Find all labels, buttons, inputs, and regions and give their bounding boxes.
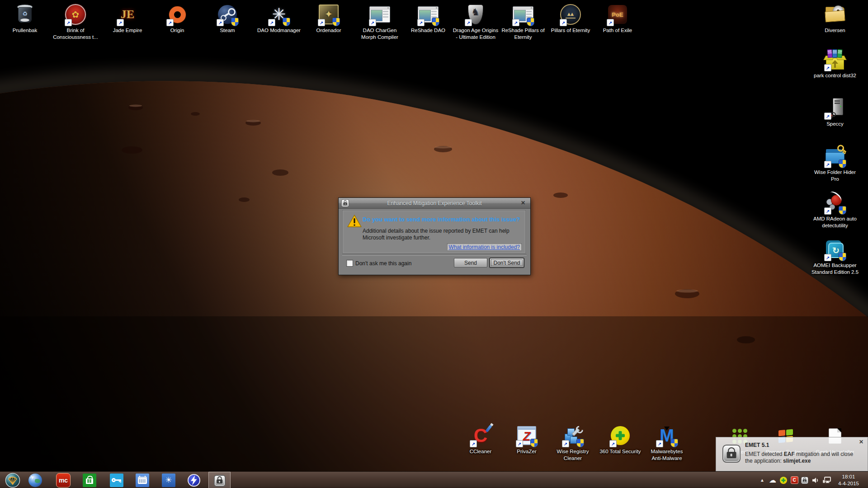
desktop-icon-jade-empire[interactable]: JE↗Jade Empire bbox=[101, 4, 154, 34]
app-window-icon: ↗ bbox=[369, 4, 391, 25]
desktop-icon-360-total-security[interactable]: ↗360 Total Security bbox=[594, 425, 646, 455]
dialog-body-text: Additional details about the issue repor… bbox=[363, 228, 524, 241]
dont-ask-checkbox[interactable] bbox=[346, 260, 353, 267]
desktop-icon-malwarebytes-anti-malware[interactable]: M↗MalwarebytesAnti-Malware bbox=[641, 425, 693, 462]
desktop-icon-speccy[interactable]: ↗Speccy bbox=[809, 97, 861, 127]
desktop-icon-pillars-of-eternity[interactable]: ▲▲↗Pillars of Eternity bbox=[544, 4, 597, 34]
store-app[interactable] bbox=[81, 472, 98, 488]
desktop-icon-park-control-dist32[interactable]: ↗park control dist32 bbox=[809, 49, 861, 79]
desktop-icon-wise-registry-cleaner[interactable]: ↗Wise RegistryCleaner bbox=[547, 425, 599, 462]
uac-shield-icon bbox=[839, 160, 846, 168]
network-monitor-icon bbox=[822, 476, 831, 484]
uac-shield-icon bbox=[576, 439, 584, 447]
show-hidden-icons[interactable]: ▲ bbox=[757, 472, 767, 488]
shortcut-arrow-icon: ↗ bbox=[607, 19, 614, 26]
lightning-app[interactable] bbox=[185, 472, 203, 488]
uac-shield-icon bbox=[530, 439, 538, 447]
desktop-icon-label: AOMEI BackupperStandard Edition 2.5 bbox=[809, 262, 861, 276]
desktop-icon-label: Dragon Age Origins- Ultimate Edition bbox=[449, 27, 502, 41]
blue-m-icon: M↗ bbox=[656, 425, 678, 446]
dialog-titlebar[interactable]: Enhanced Mitigation Experience Toolkit bbox=[339, 198, 530, 209]
globe-app[interactable]: ✈ bbox=[27, 472, 44, 488]
green-store-bag-icon bbox=[83, 474, 96, 487]
shortcut-arrow-icon: ↗ bbox=[824, 113, 831, 120]
desktop-icon-label: AMD RAdeon autodetectutility bbox=[809, 216, 861, 229]
what-info-link[interactable]: What information is included? bbox=[447, 244, 522, 251]
360-security-tray[interactable] bbox=[778, 472, 788, 488]
desktop-icon-label: ReShade DAO bbox=[402, 27, 454, 34]
mc-app[interactable]: mc bbox=[55, 472, 72, 488]
shortcut-arrow-icon: ↗ bbox=[470, 440, 477, 447]
emet-tray[interactable] bbox=[800, 472, 810, 488]
up-arrow-icon: ▲ bbox=[760, 478, 764, 483]
desktop-screen: { "colors": { "taskbar": "#48362e", "dia… bbox=[0, 0, 868, 488]
shortcut-arrow-icon: ↗ bbox=[609, 440, 617, 447]
red-c-tray[interactable]: C bbox=[789, 472, 799, 488]
desktop-icon-label: Wise RegistryCleaner bbox=[547, 448, 599, 462]
desktop-icon-recycle-bin[interactable]: ♻Prullenbak bbox=[0, 4, 51, 34]
desktop-icon-ordenador[interactable]: ✦↗Ordenador bbox=[302, 4, 355, 34]
desktop-icon-origin[interactable]: ↗Origin bbox=[151, 4, 203, 34]
desktop-icon-label: Pillars of Eternity bbox=[544, 27, 597, 34]
desktop-icon-amd-radeon-auto-detect[interactable]: ↗AMD RAdeon autodetectutility bbox=[809, 192, 861, 229]
shortcut-arrow-icon: ↗ bbox=[318, 19, 325, 26]
desktop-icon-reshade-pillars-of-eternity[interactable]: ↗ReShade Pillars ofEternity bbox=[497, 4, 549, 41]
desktop-icon-label: Jade Empire bbox=[101, 27, 154, 34]
desktop-icon-aomei-backupper[interactable]: ↻↗AOMEI BackupperStandard Edition 2.5 bbox=[809, 239, 861, 276]
desktop-icon-reshade-dao[interactable]: ↗ReShade DAO bbox=[402, 4, 454, 34]
desktop-icon-dao-modmanager[interactable]: ✳↗DAO Modmanager bbox=[253, 4, 305, 34]
desktop-icon-label: Origin bbox=[151, 27, 203, 34]
shortcut-arrow-icon: ↗ bbox=[512, 19, 519, 26]
shortcut-arrow-icon: ↗ bbox=[217, 19, 224, 26]
desktop-icon-label: ReShade Pillars ofEternity bbox=[497, 27, 549, 41]
desktop-icon-diversen[interactable]: Diversen bbox=[809, 4, 861, 34]
app-window-icon: ↗ bbox=[512, 4, 534, 25]
globe-airplane-icon: ✈ bbox=[28, 474, 42, 487]
desktop-icon-path-of-exile[interactable]: PoE↗Path of Exile bbox=[591, 4, 644, 34]
uac-shield-icon bbox=[332, 18, 340, 26]
calendar-app[interactable] bbox=[134, 472, 151, 488]
shortcut-arrow-icon: ↗ bbox=[560, 19, 567, 26]
dialog-heading: Do you want to send more information abo… bbox=[363, 216, 521, 223]
shortcut-arrow-icon: ↗ bbox=[417, 19, 425, 26]
tray-clock[interactable]: 18:014-4-2015 bbox=[831, 474, 866, 487]
desktop-icon-dragon-age-origins-ultimate[interactable]: ♞↗Dragon Age Origins- Ultimate Edition bbox=[449, 4, 502, 41]
dont-send-button[interactable]: Don't Send bbox=[490, 258, 524, 267]
volume-tray[interactable] bbox=[811, 472, 821, 488]
emet-lock-icon bbox=[214, 475, 226, 487]
weather-app[interactable]: ☀ bbox=[160, 472, 177, 488]
desktop-icon-ccleaner[interactable]: C↗CCleaner bbox=[454, 425, 507, 455]
desktop-icon-privazer[interactable]: Z↗PrivaZer bbox=[500, 425, 553, 455]
teal-sync-icon: ↻↗ bbox=[824, 239, 846, 260]
desktop-icon-label: 360 Total Security bbox=[594, 448, 646, 455]
key-app[interactable] bbox=[108, 472, 125, 488]
toast-close-icon[interactable] bbox=[859, 439, 863, 445]
desktop-icon-brink-of-consciousness[interactable]: ✿↗Brink ofConscioussness t... bbox=[49, 4, 102, 41]
desktop-icon-wise-folder-hider-pro[interactable]: ↗Wise Folder HiderPro bbox=[809, 145, 861, 183]
onedrive-tray[interactable]: ☁ bbox=[768, 472, 778, 488]
desktop-icon-label: MalwarebytesAnti-Malware bbox=[641, 448, 693, 462]
poe-logo-icon: PoE↗ bbox=[607, 4, 628, 25]
desktop-icon-label: PrivaZer bbox=[500, 448, 553, 455]
emet-lock-icon bbox=[341, 199, 349, 207]
emet-lock-icon bbox=[722, 445, 741, 463]
network-tray[interactable] bbox=[822, 472, 832, 488]
dialog-close-icon[interactable] bbox=[519, 199, 527, 206]
send-button[interactable]: Send bbox=[454, 258, 487, 267]
emet-taskbar-button[interactable] bbox=[208, 472, 231, 488]
archive-box-icon: ↗ bbox=[824, 49, 846, 70]
cloud-icon: ☁ bbox=[769, 476, 776, 484]
desktop-icon-dao-chargen-morph-compiler[interactable]: ↗DAO CharGenMorph Compiler bbox=[354, 4, 406, 41]
desktop-icon-steam[interactable]: ↗Steam bbox=[201, 4, 254, 34]
desktop-icon-label: Brink ofConscioussness t... bbox=[49, 27, 102, 41]
desktop-icon-label: Wise Folder HiderPro bbox=[809, 169, 861, 183]
speaker-icon bbox=[811, 477, 820, 484]
warning-icon bbox=[347, 214, 362, 229]
start-button[interactable] bbox=[4, 472, 21, 488]
green-plus-ball-icon: ↗ bbox=[609, 425, 631, 446]
silver-shield-icon: ♞↗ bbox=[465, 4, 486, 25]
green-plus-ball-icon bbox=[780, 477, 787, 484]
shortcut-arrow-icon: ↗ bbox=[824, 161, 831, 168]
emet-lock-icon bbox=[801, 477, 808, 484]
uac-shield-icon bbox=[527, 18, 534, 26]
